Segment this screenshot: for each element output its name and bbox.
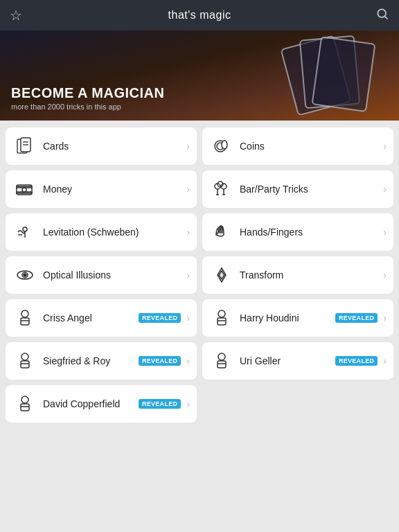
- harry-houdini-icon: [209, 305, 234, 330]
- money-chevron: ›: [186, 184, 190, 195]
- hero-decoration: [281, 37, 378, 114]
- siegfried-roy-label: Siegfried & Roy: [43, 355, 139, 366]
- levitation-chevron: ›: [186, 227, 190, 238]
- svg-point-34: [21, 353, 28, 360]
- svg-point-25: [24, 274, 26, 276]
- transform-chevron: ›: [383, 269, 387, 281]
- cell-optical[interactable]: Optical Illusions ›: [6, 256, 197, 294]
- david-copperfield-chevron: ›: [186, 398, 190, 409]
- cell-siegfried-roy[interactable]: Siegfried & Roy REVEALED ›: [6, 342, 197, 380]
- hero-subtitle: more than 2000 tricks in this app: [11, 103, 164, 111]
- svg-point-40: [21, 396, 28, 403]
- uri-geller-label: Uri Geller: [240, 355, 335, 366]
- cards-chevron: ›: [186, 141, 190, 152]
- svg-point-31: [218, 310, 225, 317]
- coins-icon: [209, 134, 234, 159]
- bar-party-chevron: ›: [383, 184, 387, 195]
- svg-point-28: [21, 310, 28, 317]
- cell-harry-houdini[interactable]: Harry Houdini REVEALED ›: [202, 299, 393, 337]
- svg-point-12: [22, 188, 26, 192]
- david-copperfield-revealed-badge: REVEALED: [139, 399, 181, 409]
- cell-transform[interactable]: Transform ›: [202, 256, 393, 294]
- uri-geller-chevron: ›: [383, 355, 387, 366]
- hero-title: BECOME A MAGICIAN: [11, 85, 164, 101]
- money-label: Money: [43, 184, 184, 195]
- siegfried-roy-revealed-badge: REVEALED: [139, 356, 181, 366]
- coins-label: Coins: [240, 141, 380, 152]
- criss-angel-chevron: ›: [186, 312, 190, 323]
- levitation-icon: [12, 220, 37, 245]
- svg-point-8: [222, 141, 227, 149]
- svg-line-1: [385, 16, 388, 19]
- svg-point-0: [378, 9, 386, 17]
- cell-coins[interactable]: Coins ›: [202, 127, 393, 165]
- svg-point-20: [23, 227, 27, 231]
- svg-rect-41: [21, 404, 29, 411]
- criss-angel-icon: [12, 305, 37, 330]
- harry-houdini-revealed-badge: REVEALED: [335, 313, 378, 323]
- cell-money[interactable]: Money ›: [6, 170, 197, 208]
- svg-rect-32: [218, 318, 226, 325]
- uri-geller-icon: [209, 348, 234, 373]
- cell-bar-party[interactable]: Bar/Party Tricks ›: [202, 170, 393, 208]
- transform-label: Transform: [240, 269, 380, 281]
- category-grid: Cards › Coins › Money › Bar/Party Tricks…: [0, 121, 399, 429]
- top-navigation: ☆ that's magic: [0, 0, 399, 30]
- cell-hands[interactable]: Hands/Fingers ›: [202, 213, 393, 251]
- coins-chevron: ›: [383, 141, 387, 152]
- cell-criss-angel[interactable]: Criss Angel REVEALED ›: [6, 299, 197, 337]
- transform-icon: [209, 263, 234, 287]
- harry-houdini-chevron: ›: [383, 312, 387, 323]
- levitation-label: Levitation (Schweben): [43, 227, 184, 238]
- svg-rect-29: [21, 318, 29, 325]
- cards-label: Cards: [43, 141, 184, 152]
- cards-icon: [12, 134, 37, 159]
- harry-houdini-label: Harry Houdini: [240, 312, 335, 323]
- david-copperfield-label: David Copperfield: [43, 398, 139, 409]
- hands-label: Hands/Fingers: [240, 227, 380, 238]
- optical-label: Optical Illusions: [43, 269, 184, 281]
- bar-party-label: Bar/Party Tricks: [240, 184, 380, 195]
- cell-cards[interactable]: Cards ›: [6, 127, 197, 165]
- svg-point-37: [218, 353, 225, 360]
- siegfried-roy-icon: [12, 348, 37, 373]
- cell-david-copperfield[interactable]: David Copperfield REVEALED ›: [6, 385, 197, 423]
- money-icon: [12, 177, 37, 202]
- david-copperfield-icon: [12, 391, 37, 416]
- search-icon[interactable]: [375, 7, 389, 24]
- uri-geller-revealed-badge: REVEALED: [335, 356, 378, 366]
- hero-banner: BECOME A MAGICIAN more than 2000 tricks …: [0, 30, 399, 121]
- optical-chevron: ›: [186, 269, 190, 281]
- criss-angel-label: Criss Angel: [43, 312, 139, 323]
- bar-party-icon: [209, 177, 234, 202]
- hands-icon: [209, 220, 234, 245]
- cell-levitation[interactable]: Levitation (Schweben) ›: [6, 213, 197, 251]
- star-icon[interactable]: ☆: [10, 7, 22, 24]
- nav-title: that's magic: [168, 9, 231, 21]
- siegfried-roy-chevron: ›: [186, 355, 190, 366]
- svg-rect-35: [21, 361, 29, 368]
- criss-angel-revealed-badge: REVEALED: [139, 313, 181, 323]
- hands-chevron: ›: [383, 227, 387, 238]
- svg-rect-38: [218, 361, 226, 368]
- optical-icon: [12, 263, 37, 287]
- cell-uri-geller[interactable]: Uri Geller REVEALED ›: [202, 342, 393, 380]
